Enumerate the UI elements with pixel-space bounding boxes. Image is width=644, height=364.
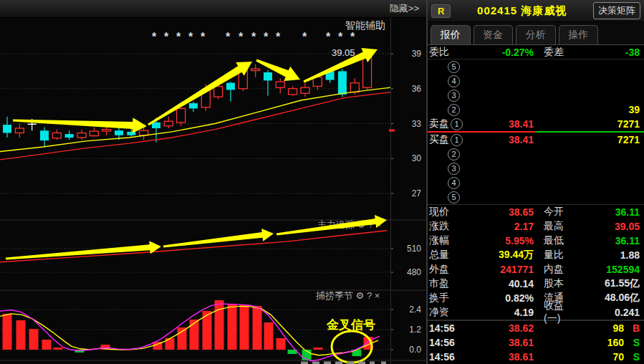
stat-value: 38.65: [472, 206, 534, 218]
stat-label: 涨幅: [429, 234, 472, 247]
star-mark-icon: *: [338, 31, 343, 43]
stats-row: 外盘241771内盘152594: [428, 262, 644, 277]
level-price: 38.41: [472, 118, 534, 130]
level-number: 3: [448, 90, 460, 102]
stat-label: 总量: [429, 249, 472, 262]
star-mark-icon: *: [176, 31, 181, 43]
trade-volume: 70: [534, 351, 624, 363]
trades-list: 14:5638.6298B14:5638.61160S14:5638.6170S: [428, 321, 644, 364]
stock-chart: 39363330275104802.41.20.0主力追踪 ⚙ ? ×捕捞季节 …: [0, 18, 426, 364]
quote-header: R 002415 海康威视 决策矩阵: [428, 0, 644, 22]
stat-value: 61.55亿: [571, 277, 640, 290]
order-book-row: 239: [428, 102, 644, 117]
stat-value: 36.11: [571, 235, 640, 246]
order-book-row: 买盘138.417271: [428, 133, 644, 147]
level-number: 4: [448, 177, 460, 189]
trade-volume: 98: [534, 322, 624, 334]
level-number: 5: [448, 61, 460, 73]
trade-time: 14:56: [429, 322, 472, 334]
level-number-cell: 4: [429, 75, 472, 87]
star-mark-icon: *: [350, 31, 355, 43]
order-book-row: 5: [428, 190, 644, 204]
trade-time: 14:56: [429, 337, 472, 348]
level-number-cell: 5: [429, 60, 472, 73]
level-number: 2: [448, 148, 460, 161]
star-mark-icon: *: [152, 31, 157, 43]
indicator-toolbar-botpanel[interactable]: 捕捞季节 ⚙ ? ×: [315, 290, 380, 301]
stat-label: 今开: [534, 206, 571, 219]
star-mark-icon: *: [226, 31, 231, 43]
star-mark-icon: *: [251, 31, 256, 43]
weibi-value: -0.27%: [472, 47, 534, 58]
stat-label: 涨跌: [429, 220, 472, 233]
star-mark-icon: *: [264, 31, 269, 43]
level-number: 4: [448, 75, 460, 87]
tab-3[interactable]: 分析: [516, 25, 556, 44]
axis-tick-label: 27: [412, 188, 422, 198]
r-badge: R: [431, 4, 451, 18]
stat-label: 现价: [429, 206, 472, 219]
stats-row: 净资4.19收益(一)0.241: [428, 305, 644, 320]
stat-value: 0.241: [571, 307, 640, 318]
weicha-label: 委差: [534, 46, 574, 59]
level-volume: 7271: [534, 134, 640, 145]
stat-value: 36.11: [571, 206, 640, 218]
stats-row: 涨跌2.17最高39.05: [428, 219, 644, 234]
stat-label: 内盘: [534, 263, 571, 276]
stats-row: 总量39.44万量比1.88: [428, 248, 644, 262]
weibi-row: 委比 -0.27% 委差 -38: [428, 45, 644, 59]
trade-price: 38.61: [472, 337, 534, 348]
decision-matrix-button[interactable]: 决策矩阵: [593, 2, 640, 19]
level-number: 1: [451, 134, 463, 146]
trade-side: S: [624, 351, 640, 363]
level-number: 1: [451, 118, 463, 130]
level-number-cell: 3: [429, 162, 472, 175]
stats-row: 市盈40.14股本61.55亿: [428, 277, 644, 291]
stat-label: 最低: [534, 234, 571, 247]
stat-value: 39.44万: [472, 249, 534, 262]
trade-row: 14:5638.61160S: [428, 335, 644, 350]
stat-label: 净资: [429, 306, 472, 319]
hide-button[interactable]: 隐藏>>: [390, 2, 419, 15]
stat-value: 241771: [472, 264, 534, 275]
stat-label: 收益(一): [534, 300, 571, 325]
chart-topbar: 隐藏>>: [0, 0, 426, 18]
tab-4[interactable]: 操作: [559, 25, 599, 44]
trade-row: 14:5638.6170S: [428, 350, 644, 364]
star-mark-icon: *: [302, 31, 307, 43]
axis-tick-label: 39: [412, 49, 422, 59]
axis-tick-label: 1.2: [409, 325, 421, 335]
axis-tick-label: 2.4: [409, 305, 421, 315]
order-book-row: 4: [428, 74, 644, 88]
stat-label: 市盈: [429, 277, 472, 290]
trade-side: S: [624, 337, 640, 348]
bid-ask-divider: [428, 131, 644, 133]
high-price-label: 39.05: [332, 47, 355, 58]
order-book-row: 卖盘138.417271: [428, 117, 644, 131]
level-volume: 39: [534, 104, 640, 115]
star-mark-icon: *: [326, 31, 331, 43]
axis-tick-label: 480: [407, 267, 421, 277]
trade-row: 14:5638.6298B: [428, 321, 644, 335]
tab-1[interactable]: 报价: [431, 25, 471, 44]
tab-2[interactable]: 资金: [474, 25, 514, 44]
stat-label: 外盘: [429, 263, 472, 276]
level-number-cell: 3: [429, 89, 472, 102]
level-number: 2: [448, 104, 460, 116]
level-number-cell: 2: [429, 103, 472, 116]
stat-value: 48.06亿: [571, 292, 640, 305]
level-volume: 7271: [534, 118, 640, 130]
order-book-row: 4: [428, 176, 644, 190]
order-book-row: 5: [428, 59, 644, 74]
stat-value: 5.95%: [472, 235, 534, 246]
star-mark-icon: *: [201, 31, 206, 43]
star-mark-icon: *: [239, 31, 244, 43]
level-number: 5: [448, 191, 460, 203]
star-mark-icon: *: [276, 31, 281, 43]
order-book: 543239卖盘138.417271买盘138.4172712345: [428, 59, 644, 204]
stock-title: 002415 海康威视: [455, 4, 589, 18]
weibi-label: 委比: [429, 46, 472, 59]
level-price: 38.41: [472, 134, 534, 145]
stat-value: 1.88: [571, 249, 640, 261]
stat-value: 40.14: [472, 278, 534, 289]
